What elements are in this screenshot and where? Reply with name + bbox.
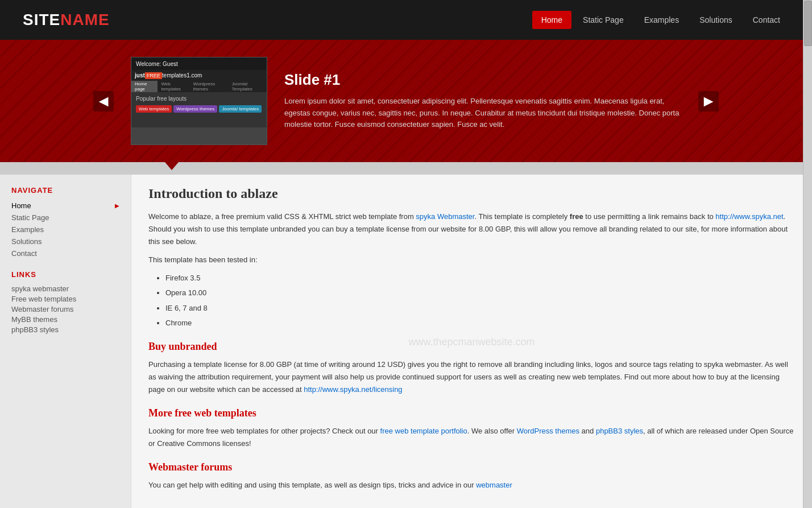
logo-name: NAME [60, 11, 109, 28]
link-spyka[interactable]: spyka webmaster [11, 284, 119, 293]
buy-paragraph: Purchasing a template license for 8.00 G… [148, 358, 795, 396]
sidebar-item-home[interactable]: Home ▶ [11, 200, 119, 211]
site-logo: SITENAME [23, 11, 110, 29]
links-label: LINKS [11, 270, 119, 279]
tested-label: This template has been tested in: [148, 254, 795, 266]
link-free-templates[interactable]: Free web templates [11, 295, 119, 303]
nav-examples[interactable]: Examples [635, 11, 688, 29]
forums-link[interactable]: webmaster [476, 481, 512, 489]
list-item: Opera 10.00 [165, 287, 795, 299]
main-content: www.thepcmanwebsite.com Introduction to … [131, 175, 812, 508]
sidebar-item-examples[interactable]: Examples [11, 224, 119, 235]
list-item: Chrome [165, 317, 795, 329]
slide-body: Lorem ipsum dolor sit amet, consectetuer… [284, 96, 681, 131]
sidebar-nav-list: Home ▶ Static Page Examples Solutions Co… [11, 200, 119, 259]
slide-title: Slide #1 [284, 71, 681, 89]
main-wrapper: NAVIGATE Home ▶ Static Page Examples Sol… [0, 175, 812, 508]
intro-title: Introduction to ablaze [148, 186, 795, 201]
slider-next-button[interactable]: ► [698, 91, 719, 111]
hero-slider: ◄ Welcome: Guest justFREEtemplates1.com … [0, 40, 812, 162]
phpbb3-link[interactable]: phpBB3 styles [596, 427, 643, 435]
scrollbar[interactable] [803, 0, 812, 508]
more-title: More free web templates [148, 407, 795, 419]
link-mybb[interactable]: MyBB themes [11, 315, 119, 324]
wordpress-link[interactable]: WordPress themes [517, 427, 579, 435]
intro-paragraph: Welcome to ablaze, a free premium valid … [148, 210, 795, 248]
nav-solutions[interactable]: Solutions [690, 11, 741, 29]
more-paragraph: Looking for more free web templates for … [148, 425, 795, 450]
nav-contact[interactable]: Contact [744, 11, 789, 29]
slide-img-bar: Welcome: Guest [131, 57, 267, 70]
scrollbar-thumb[interactable] [804, 1, 812, 46]
sidebar: NAVIGATE Home ▶ Static Page Examples Sol… [0, 175, 131, 508]
portfolio-link[interactable]: free web template portfolio [380, 427, 467, 435]
logo-site: SITE [23, 11, 60, 28]
buy-title: Buy unbranded [148, 341, 795, 353]
slide-img-nav: Home page Web templates Wordpress themes… [131, 81, 267, 92]
home-arrow-icon: ▶ [115, 203, 119, 209]
slide-image: Welcome: Guest justFREEtemplates1.com Ho… [131, 57, 267, 145]
nav-indicator-arrow [0, 162, 812, 175]
nav-home[interactable]: Home [532, 11, 571, 29]
forums-title: Webmaster forums [148, 461, 795, 473]
sidebar-item-static-page[interactable]: Static Page [11, 212, 119, 223]
sidebar-links-list: spyka webmaster Free web templates Webma… [11, 284, 119, 334]
main-navigation: Home Static Page Examples Solutions Cont… [532, 11, 789, 29]
navigate-label: NAVIGATE [11, 186, 119, 195]
slider-prev-button[interactable]: ◄ [93, 91, 114, 111]
list-item: Firefox 3.5 [165, 272, 795, 284]
link-webmaster-forums[interactable]: Webmaster forums [11, 305, 119, 313]
sidebar-item-solutions[interactable]: Solutions [11, 236, 119, 247]
sidebar-item-contact[interactable]: Contact [11, 248, 119, 259]
header: SITENAME Home Static Page Examples Solut… [0, 0, 812, 40]
list-item: IE 6, 7 and 8 [165, 302, 795, 315]
spyka-link[interactable]: spyka Webmaster [416, 212, 474, 221]
nav-static-page[interactable]: Static Page [574, 11, 633, 29]
tested-list: Firefox 3.5 Opera 10.00 IE 6, 7 and 8 Ch… [165, 272, 795, 329]
forums-paragraph: You can get help with editing and using … [148, 479, 795, 492]
link-phpbb3[interactable]: phpBB3 styles [11, 325, 119, 334]
spyka-url-link[interactable]: http://www.spyka.net [715, 212, 783, 221]
licensing-link[interactable]: http://www.spyka.net/licensing [304, 385, 402, 394]
slide-text: Slide #1 Lorem ipsum dolor sit amet, con… [284, 71, 681, 131]
slider-container: ◄ Welcome: Guest justFREEtemplates1.com … [93, 57, 719, 145]
